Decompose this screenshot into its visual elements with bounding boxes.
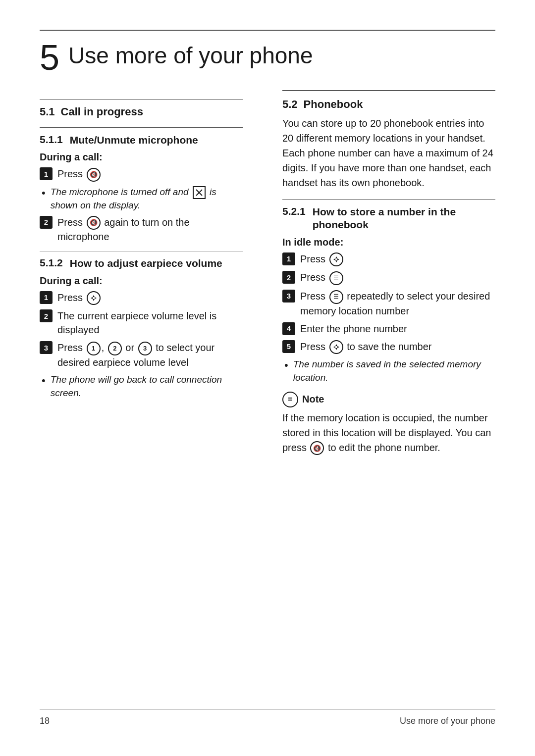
left-column: 5.1 Call in progress 5.1.1 Mute/Unmute m… [40,90,268,709]
svg-marker-3 [93,299,95,301]
svg-marker-10 [335,344,337,346]
note-label: Note [302,394,324,405]
step-text-2a: Press 🔇 again to turn on the microphone [57,215,243,244]
vol-1-icon: 1 [87,342,101,355]
step-5-2-1-4: 4 Enter the phone number [282,322,495,336]
step-num-5-1-2-3: 3 [40,341,53,354]
phonebook-description: You can store up to 20 phonebook entries… [282,116,495,190]
during-a-call-label-1: During a call: [40,151,243,163]
bullet-number-saved: • The number is saved in the selected me… [282,358,495,384]
svg-marker-12 [333,346,335,348]
section-5-1-2-heading: 5.1.2 How to adjust earpiece volume [40,257,243,270]
svg-marker-4 [91,297,93,299]
two-col-layout: 5.1 Call in progress 5.1.1 Mute/Unmute m… [40,90,495,709]
menu-button-icon-1: ☰ [329,271,343,285]
during-a-call-label-2: During a call: [40,275,243,287]
nav-icon-r2-svg [332,343,340,351]
note-box: = Note If the memory location is occupie… [282,392,495,455]
section-5-1-heading: 5.1 Call in progress [40,105,243,118]
svg-marker-13 [337,346,339,348]
svg-marker-11 [335,348,337,350]
vol-2-icon: 2 [108,342,122,355]
section-5-1-title: Call in progress [61,105,143,118]
nav-icon-r1-svg [332,255,340,263]
step-num-5-2-1-2: 2 [282,271,295,284]
svg-marker-6 [335,256,337,258]
section-5-1-1-number: 5.1.1 [40,134,63,146]
nav-button-icon-1 [87,291,101,305]
nav-icon-svg-1 [90,294,98,302]
section-5-2-title: Phonebook [304,98,363,111]
step-5-1-1-1: 1 Press 🔇 [40,167,243,182]
vol-3-icon: 3 [138,342,152,355]
footer-page-number: 18 [40,716,50,726]
svg-marker-7 [335,260,337,262]
section-5-1-number: 5.1 [40,105,55,118]
section-5-2-1-title: How to store a number in the phonebook [313,205,495,232]
section-5-2-1-heading: 5.2.1 How to store a number in the phone… [282,205,495,232]
section-5-2-heading: 5.2 Phonebook [282,98,495,111]
note-text: If the memory location is occupied, the … [282,410,495,455]
step-num-2a: 2 [40,216,53,229]
step-5-1-2-1: 1 Press [40,291,243,305]
section-5-2-1-number: 5.2.1 [282,205,306,217]
chapter-title: Use more of your phone [68,40,313,69]
bullet-text-r1: The number is saved in the selected memo… [293,358,495,384]
step-5-2-1-3: 3 Press ☰ repeatedly to select your desi… [282,289,495,318]
page-footer: 18 Use more of your phone [40,709,495,726]
steps-5-2-1: 1 Press [282,252,495,385]
mute-x-icon [193,186,206,199]
section-rule-5-1-1 [40,127,243,128]
step-5-1-1-2: 2 Press 🔇 again to turn on the microphon… [40,215,243,244]
right-top-rule [282,90,495,91]
page: 5 Use more of your phone 5.1 Call in pro… [0,0,535,756]
section-5-1-2-number: 5.1.2 [40,257,63,269]
section-5-1-1-title: Mute/Unmute microphone [70,134,198,147]
mute-button-icon-2: 🔇 [87,216,101,230]
step-num-5-1-2-2: 2 [40,309,53,322]
section-5-2-number: 5.2 [282,98,298,111]
step-5-1-2-2: 2 The current earpiece volume level is d… [40,309,243,337]
nav-button-icon-r2 [329,340,343,354]
step-num-5-2-1-3: 3 [282,290,295,302]
step-text-5-1-2-2: The current earpiece volume level is dis… [57,309,243,337]
edit-button-icon: 🔇 [310,441,324,455]
step-5-2-1-2: 2 Press ☰ [282,270,495,285]
step-5-2-1-5: 5 Press to save the number [282,340,495,354]
bullet-text-2: The phone will go back to call connectio… [51,373,243,400]
right-column: 5.2 Phonebook You can store up to 20 pho… [268,90,495,709]
step-num-5-2-1-5: 5 [282,340,295,353]
bullet-dot-1: • [42,186,46,201]
section-5-1-1-heading: 5.1.1 Mute/Unmute microphone [40,134,243,147]
step-num-1: 1 [40,167,53,180]
menu-button-icon-2: ☰ [329,290,343,304]
bullet-text-1: The microphone is turned off and is show… [51,186,243,212]
mute-button-icon: 🔇 [87,168,101,182]
section-rule-5-1 [40,99,243,100]
steps-5-1-1: 1 Press 🔇 • The microphone is turned off… [40,167,243,244]
steps-5-1-2: 1 Press [40,291,243,400]
note-header: = Note [282,392,495,407]
step-num-5-1-2-1: 1 [40,291,53,304]
chapter-number: 5 [40,40,59,75]
step-text-5-2-1-4: Enter the phone number [300,322,495,336]
step-text-1: Press 🔇 [57,167,243,182]
step-text-5-2-1-1: Press [300,252,495,267]
bullet-phone-back: • The phone will go back to call connect… [40,373,243,400]
step-num-5-2-1-1: 1 [282,252,295,265]
section-rule-5-2-1 [282,199,495,200]
step-text-5-2-1-5: Press to save the number [300,340,495,354]
step-text-5-2-1-3: Press ☰ repeatedly to select your desire… [300,289,495,318]
footer-section-label: Use more of your phone [400,716,495,726]
step-text-5-2-1-2: Press ☰ [300,270,495,285]
chapter-heading: 5 Use more of your phone [40,40,495,75]
step-text-5-1-2-3: Press 1, 2 or 3 to select your desired e… [57,341,243,369]
svg-marker-2 [93,295,95,297]
svg-marker-5 [95,297,97,299]
step-5-1-2-3: 3 Press 1, 2 or 3 to select your desired… [40,341,243,369]
step-5-2-1-1: 1 Press [282,252,495,267]
in-idle-mode-label: In idle mode: [282,237,495,248]
section-rule-5-1-2 [40,252,243,252]
bullet-dot-2: • [42,373,46,389]
nav-button-icon-r1 [329,252,343,266]
